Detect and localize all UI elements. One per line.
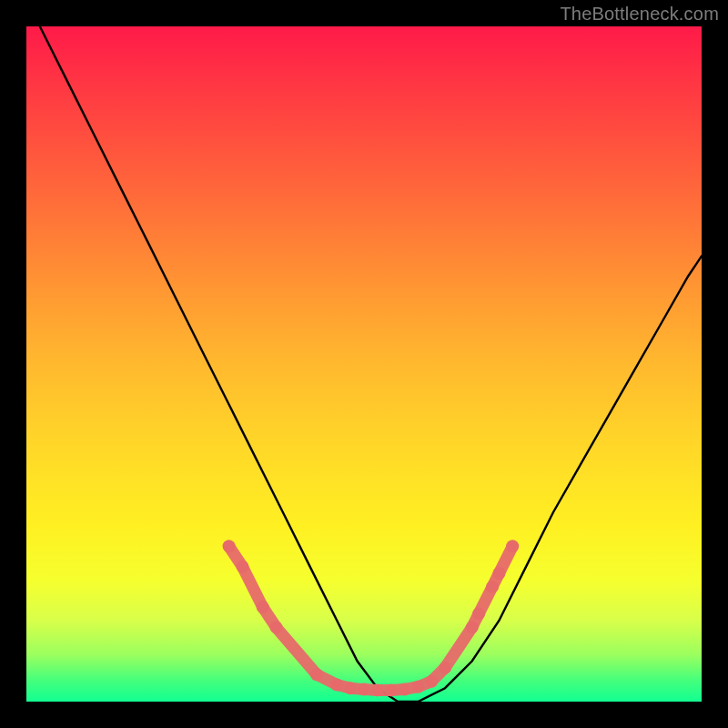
marker-dot: [411, 681, 424, 693]
marker-dot: [257, 601, 269, 613]
marker-dot: [486, 581, 499, 593]
bottleneck-curve: [40, 26, 702, 702]
chart-frame: TheBottleneck.com: [0, 0, 728, 728]
marker-dot: [236, 561, 248, 573]
watermark-text: TheBottleneck.com: [560, 4, 719, 25]
marker-dot: [399, 683, 411, 696]
marker-dot: [310, 668, 323, 681]
marker-dot: [425, 675, 438, 688]
marker-dot: [472, 608, 485, 621]
marker-dot: [492, 567, 505, 580]
marker-dot: [385, 683, 398, 696]
marker-dot: [223, 540, 236, 552]
marker-dot: [439, 662, 451, 674]
chart-plot-area: [26, 26, 702, 702]
marker-dot: [506, 540, 519, 552]
marker-dot: [466, 621, 479, 633]
marker-dot: [344, 682, 357, 694]
marker-dot: [330, 679, 343, 692]
marker-dot: [270, 621, 283, 633]
marker-dot: [358, 683, 370, 696]
marker-strip: [229, 546, 513, 690]
chart-svg: [26, 26, 702, 702]
marker-dot: [371, 683, 384, 696]
